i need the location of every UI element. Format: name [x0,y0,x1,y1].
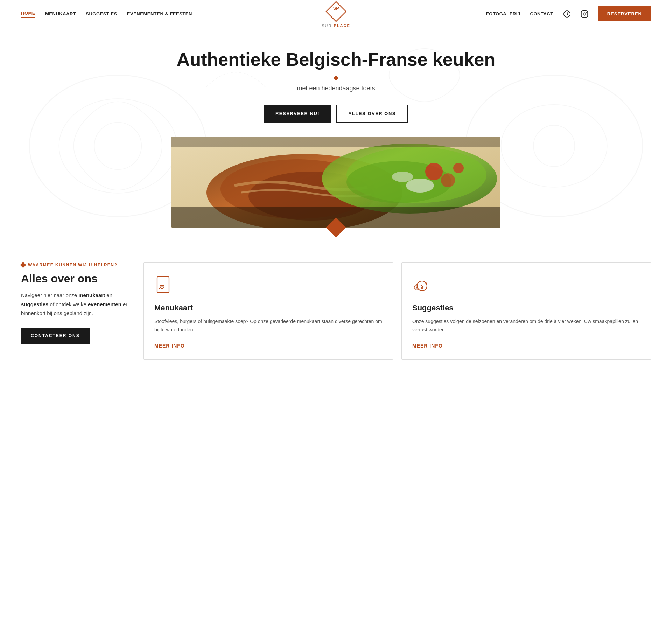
nav-fotogalerij[interactable]: FOTOGALERIJ [486,11,520,16]
services-left: WAARMEE KUNNEN WIJ U HELPEN? Alles over … [21,262,133,344]
hero-divider [14,76,658,80]
svg-point-27 [161,286,163,289]
divider-line-right [341,78,362,78]
logo-text: SUR PLACE [322,23,350,28]
svg-point-8 [94,122,141,169]
nav-contact[interactable]: CONTACT [530,11,553,16]
diamond-separator [0,220,672,234]
nav-suggesties[interactable]: SUGGESTIES [86,11,117,16]
svg-point-11 [533,125,575,167]
suggesties-card: Suggesties Onze suggesties volgen de sei… [401,262,651,360]
services-cards: Menukaart Stoofvlees, burgers of huisgem… [144,262,651,360]
svg-point-19 [425,163,443,180]
facebook-icon[interactable] [563,10,571,18]
hero-content: Authentieke Belgisch-Franse keuken met e… [14,49,658,122]
food-photo [172,136,500,227]
divider-diamond [334,76,338,80]
menu-icon [154,275,174,295]
services-tag-text: WAARMEE KUNNEN WIJ U HELPEN? [28,262,117,267]
nav-right: FOTOGALERIJ CONTACT RESERVEREN [486,6,651,21]
menukaart-card-description: Stoofvlees, burgers of huisgemaakte soep… [154,317,382,334]
instagram-icon[interactable] [581,10,588,18]
menukaart-card: Menukaart Stoofvlees, burgers of huisgem… [144,262,393,360]
food-image [172,136,500,227]
svg-marker-0 [326,1,346,21]
navigation: HOME MENUKAART SUGGESTIES EVENEMENTEN & … [0,0,672,28]
services-tag: WAARMEE KUNNEN WIJ U HELPEN? [21,262,133,267]
food-svg [172,136,500,227]
menukaart-meer-info-link[interactable]: MEER INFO [154,343,185,349]
svg-point-23 [392,172,413,182]
logo-diamond-icon: SP [325,0,347,23]
hero-subtitle: met een hedendaagse toets [14,85,658,92]
suggesties-card-description: Onze suggesties volgen de seizoenen en v… [412,317,640,334]
svg-point-4 [583,13,586,15]
hero-section: Authentieke Belgisch-Franse keuken met e… [0,28,672,227]
menukaart-card-title: Menukaart [154,303,382,313]
services-description: Navigeer hier naar onze menukaart en sug… [21,291,133,318]
reserveer-nu-button[interactable]: RESERVEER NU! [264,105,331,122]
svg-point-5 [586,12,586,12]
services-section: WAARMEE KUNNEN WIJ U HELPEN? Alles over … [0,248,672,381]
tag-diamond-icon [20,262,26,268]
svg-point-20 [441,173,455,187]
big-diamond-icon [326,218,346,238]
nav-evenementen[interactable]: EVENEMENTEN & FEESTEN [127,11,192,16]
svg-point-22 [406,178,434,192]
contacteer-ons-button[interactable]: CONTACTEER ONS [21,328,90,344]
svg-text:SP: SP [333,6,339,11]
nav-home[interactable]: HOME [21,10,35,18]
nav-menukaart[interactable]: MENUKAART [45,11,76,16]
hero-title: Authentieke Belgisch-Franse keuken [14,49,658,70]
suggesties-meer-info-link[interactable]: MEER INFO [412,343,443,349]
hero-buttons: RESERVEER NU! ALLES OVER ONS [14,105,658,122]
suggestion-icon [412,275,432,295]
svg-rect-26 [157,277,169,292]
nav-left: HOME MENUKAART SUGGESTIES EVENEMENTEN & … [21,10,192,18]
suggesties-card-title: Suggesties [412,303,640,313]
reserveren-button[interactable]: RESERVEREN [598,6,651,21]
divider-line-left [310,78,331,78]
services-heading: Alles over ons [21,272,133,285]
logo[interactable]: SP SUR PLACE [322,0,350,28]
svg-rect-3 [581,10,587,17]
svg-point-21 [453,163,464,173]
alles-over-ons-button[interactable]: ALLES OVER ONS [336,105,408,122]
svg-rect-25 [172,136,500,147]
